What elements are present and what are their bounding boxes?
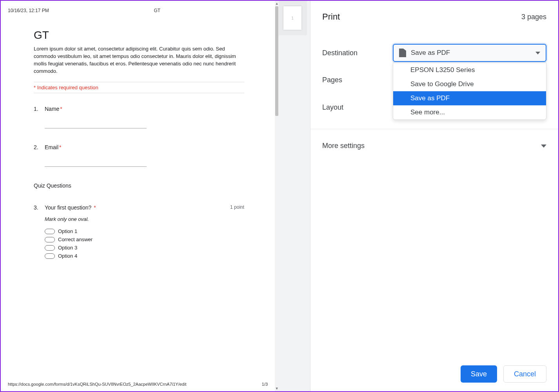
question-label: Name* — [45, 106, 62, 112]
thumbnail-page-number: 1 — [291, 16, 294, 20]
question-number: 2. — [34, 144, 45, 150]
destination-dropdown[interactable]: Save as PDF — [393, 44, 546, 62]
section-label: Quiz Questions — [34, 182, 244, 189]
question-hint: Mark only one oval. — [45, 216, 244, 222]
required-indicator-note: * Indicates required question — [34, 82, 244, 93]
print-preview-pane: 10/16/23, 12:17 PM GT GT Lorem ipsum dol… — [1, 1, 310, 391]
destination-label: Destination — [322, 49, 393, 57]
scroll-down-button[interactable]: ▼ — [275, 386, 279, 391]
option-row: Option 1 — [45, 228, 244, 234]
layout-label: Layout — [322, 103, 393, 112]
doc-header-short-title: GT — [154, 8, 160, 13]
more-settings-label: More settings — [322, 142, 365, 150]
oval-icon — [45, 229, 55, 234]
required-star-icon: * — [94, 204, 96, 211]
preview-document-page: 10/16/23, 12:17 PM GT GT Lorem ipsum dol… — [1, 1, 275, 391]
page-thumbnail[interactable]: 1 — [283, 6, 301, 30]
question-row: 2. Email* — [34, 144, 244, 150]
chevron-down-icon — [541, 145, 546, 148]
short-answer-line — [45, 158, 147, 167]
oval-icon — [45, 237, 55, 242]
save-button[interactable]: Save — [461, 365, 497, 383]
question-points: 1 point — [230, 204, 244, 210]
print-settings-panel: Print 3 pages Destination Save as PDF EP… — [310, 1, 558, 391]
option-label: Option 1 — [58, 228, 77, 234]
question-number: 1. — [34, 106, 45, 112]
question-row: 1. Name* — [34, 106, 244, 112]
scrollbar-track[interactable] — [275, 6, 279, 386]
doc-footer-url: https://docs.google.com/forms/d/1vKsQRiL… — [8, 382, 186, 387]
required-star-icon: * — [60, 106, 62, 112]
doc-title: GT — [34, 29, 244, 42]
pages-label: Pages — [322, 76, 393, 84]
destination-option-see-more[interactable]: See more... — [393, 105, 546, 119]
scroll-up-button[interactable]: ▲ — [275, 1, 279, 6]
page-thumbnail-strip: ▲ ▼ 1 — [275, 1, 310, 391]
question-label: Your first question? * — [45, 204, 96, 211]
question-row: 3. Your first question? * 1 point — [34, 204, 244, 211]
oval-icon — [45, 253, 55, 259]
option-row: Correct answer — [45, 237, 244, 242]
panel-title: Print — [322, 12, 340, 22]
doc-footer-pagenum: 1/3 — [262, 382, 268, 387]
pdf-file-icon — [399, 49, 406, 57]
option-row: Option 4 — [45, 253, 244, 259]
oval-icon — [45, 245, 55, 251]
destination-option-epson[interactable]: EPSON L3250 Series — [393, 63, 546, 77]
short-answer-line — [45, 120, 147, 128]
destination-option-google-drive[interactable]: Save to Google Drive — [393, 77, 546, 91]
option-label: Correct answer — [58, 237, 93, 242]
chevron-down-icon — [535, 52, 540, 54]
destination-selected-value: Save as PDF — [411, 49, 450, 57]
cancel-button[interactable]: Cancel — [503, 365, 546, 383]
destination-dropdown-menu: EPSON L3250 Series Save to Google Drive … — [393, 63, 546, 120]
doc-header-date: 10/16/23, 12:17 PM — [8, 8, 49, 13]
page-count-label: 3 pages — [521, 13, 546, 21]
required-star-icon: * — [59, 144, 61, 150]
question-label: Email* — [45, 144, 61, 150]
more-settings-toggle[interactable]: More settings — [310, 129, 558, 163]
option-label: Option 3 — [58, 245, 77, 251]
destination-option-save-as-pdf[interactable]: Save as PDF — [393, 91, 546, 105]
scrollbar-thumb[interactable] — [275, 6, 278, 116]
question-number: 3. — [34, 204, 45, 211]
option-label: Option 4 — [58, 253, 77, 259]
option-row: Option 3 — [45, 245, 244, 251]
doc-description: Lorem ipsum dolor sit amet, consectetur … — [34, 45, 244, 75]
